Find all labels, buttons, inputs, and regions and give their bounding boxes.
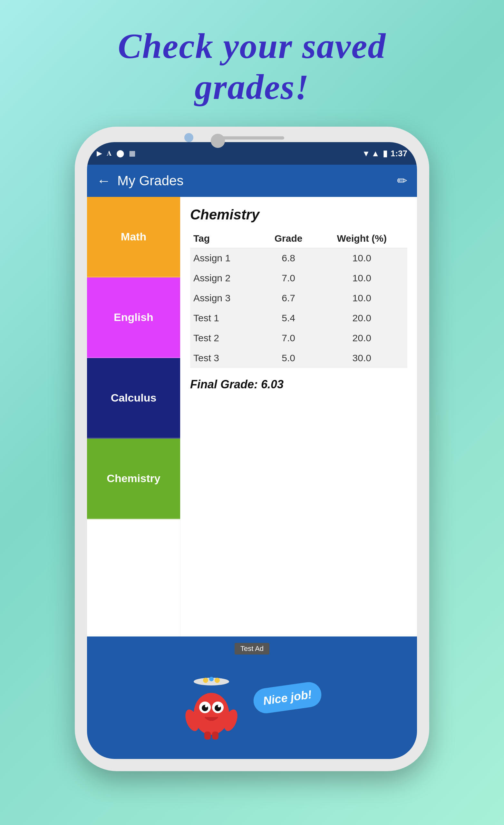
table-cell-grade: 6.8	[261, 248, 316, 269]
table-cell-tag: Test 3	[190, 348, 261, 368]
app-bar-left: ← My Grades	[97, 173, 184, 189]
svg-rect-13	[204, 732, 211, 740]
table-row: Assign 36.710.0	[190, 288, 407, 308]
subject-card-math[interactable]: Math	[87, 197, 180, 278]
ad-banner: Test Ad	[87, 636, 417, 759]
ad-content: Nice job!	[183, 669, 321, 740]
status-time: 1:37	[390, 149, 407, 159]
svg-point-4	[194, 693, 229, 735]
table-row: Assign 16.810.0	[190, 248, 407, 269]
active-subject-title: Chemistry	[190, 207, 407, 223]
table-cell-weight: 10.0	[316, 248, 407, 269]
table-cell-weight: 10.0	[316, 268, 407, 288]
table-cell-grade: 7.0	[261, 268, 316, 288]
table-cell-grade: 5.0	[261, 348, 316, 368]
status-icons-left: ▶ 𝐀 ⬤ ▦	[97, 149, 136, 158]
table-row: Assign 27.010.0	[190, 268, 407, 288]
table-cell-tag: Test 2	[190, 328, 261, 348]
subject-card-english[interactable]: English	[87, 278, 180, 358]
svg-point-3	[215, 678, 220, 683]
subject-label-math: Math	[121, 230, 146, 243]
svg-rect-14	[212, 732, 218, 740]
subject-card-calculus[interactable]: Calculus	[87, 358, 180, 439]
signal-icon: ▲	[371, 149, 380, 159]
ad-label: Test Ad	[235, 643, 269, 655]
table-cell-weight: 30.0	[316, 348, 407, 368]
content-area: Math English Calculus Chemistry Chemistr…	[87, 197, 417, 636]
table-cell-tag: Assign 1	[190, 248, 261, 269]
table-cell-weight: 20.0	[316, 308, 407, 328]
subject-label-english: English	[114, 311, 153, 323]
phone-screen: ▶ 𝐀 ⬤ ▦ ▾ ▲ ▮ 1:37 ← My Grades ✏	[87, 142, 417, 759]
table-row: Test 27.020.0	[190, 328, 407, 348]
final-grade: Final Grade: 6.03	[190, 378, 407, 391]
subject-label-chemistry: Chemistry	[107, 472, 160, 485]
status-right: ▾ ▲ ▮ 1:37	[364, 149, 407, 159]
table-row: Test 35.030.0	[190, 348, 407, 368]
svg-point-1	[203, 678, 208, 683]
back-button[interactable]: ←	[97, 173, 111, 189]
table-cell-tag: Assign 2	[190, 268, 261, 288]
grades-table: Tag Grade Weight (%) Assign 16.810.0Assi…	[190, 229, 407, 368]
speech-bubble: Nice job!	[252, 681, 323, 715]
grade-panel: Chemistry Tag Grade Weight (%) Assign 16…	[181, 197, 417, 636]
grid-icon: ▦	[129, 149, 136, 158]
status-bar: ▶ 𝐀 ⬤ ▦ ▾ ▲ ▮ 1:37	[87, 142, 417, 165]
col-grade: Grade	[261, 229, 316, 248]
table-cell-weight: 20.0	[316, 328, 407, 348]
headline-line1: Check your saved	[118, 26, 386, 67]
phone-mockup: ▶ 𝐀 ⬤ ▦ ▾ ▲ ▮ 1:37 ← My Grades ✏	[75, 127, 429, 771]
battery-icon: ▮	[383, 149, 387, 159]
edit-button[interactable]: ✏	[397, 174, 407, 188]
table-cell-grade: 7.0	[261, 328, 316, 348]
app-title: My Grades	[117, 173, 184, 189]
wifi-icon: ▾	[364, 149, 368, 159]
col-tag: Tag	[190, 229, 261, 248]
svg-point-9	[205, 705, 208, 707]
subject-label-calculus: Calculus	[111, 391, 157, 404]
subject-card-chemistry[interactable]: Chemistry	[87, 439, 180, 519]
svg-point-2	[209, 677, 214, 681]
subject-sidebar: Math English Calculus Chemistry	[87, 197, 181, 636]
app-bar: ← My Grades ✏	[87, 165, 417, 197]
shield-icon: ▶	[97, 149, 102, 158]
table-cell-weight: 10.0	[316, 288, 407, 308]
headline: Check your saved grades!	[118, 26, 386, 107]
a-icon: 𝐀	[107, 149, 112, 158]
monster-character	[183, 669, 240, 740]
col-weight: Weight (%)	[316, 229, 407, 248]
table-cell-grade: 5.4	[261, 308, 316, 328]
svg-point-10	[218, 705, 220, 707]
monster-svg	[183, 669, 240, 740]
table-row: Test 15.420.0	[190, 308, 407, 328]
table-cell-grade: 6.7	[261, 288, 316, 308]
circle-icon: ⬤	[116, 149, 124, 158]
table-cell-tag: Test 1	[190, 308, 261, 328]
headline-line2: grades!	[118, 67, 386, 107]
table-cell-tag: Assign 3	[190, 288, 261, 308]
